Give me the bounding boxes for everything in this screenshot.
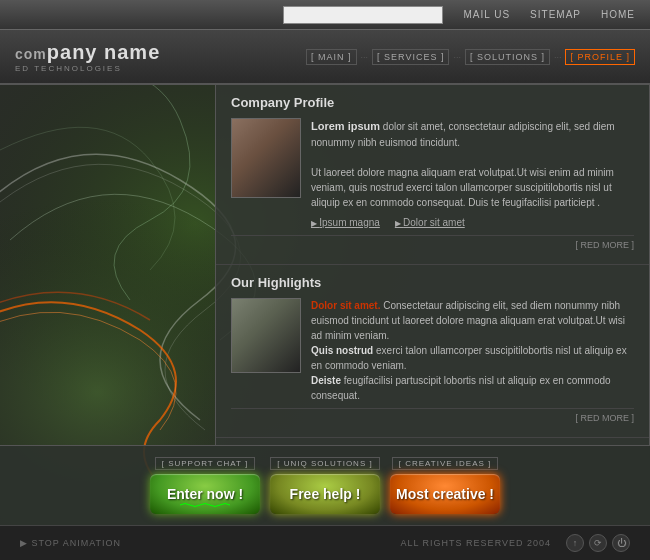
search-input[interactable] <box>283 6 443 24</box>
nav-profile[interactable]: [ PROFILE ] <box>565 49 635 65</box>
highlights-bold2: Deiste <box>311 375 341 386</box>
page-wrapper: MAIL US SITEMAP HOME company name ED TEC… <box>0 0 650 560</box>
highlights-body3: feugifacilisi partuscipit lobortis nisl … <box>311 375 611 401</box>
nav-main[interactable]: [ MAIN ] <box>306 49 357 65</box>
content-area: Company Profile Lorem ipsum dolor sit am… <box>0 85 650 445</box>
highlights-title: Our Highlights <box>231 275 634 290</box>
profile-section: Company Profile Lorem ipsum dolor sit am… <box>216 85 649 265</box>
highlights-bold1: Quis nostrud <box>311 345 373 356</box>
highlights-people <box>232 299 300 372</box>
logo-main: pany name <box>47 41 160 63</box>
highlights-image <box>231 298 301 373</box>
highlights-content: Dolor sit amet. Consectetaur adipiscing … <box>231 298 634 403</box>
footer-icon-refresh[interactable]: ⟳ <box>589 534 607 552</box>
home-link[interactable]: HOME <box>601 9 635 20</box>
footer-copyright: ALL RIGHTS RESERVED 2004 <box>400 538 551 548</box>
profile-links: Ipsum magna Dolor sit amet <box>311 215 634 230</box>
nav-sep-1: ··· <box>361 52 369 62</box>
profile-text-block: Lorem ipsum dolor sit amet, consectetaur… <box>311 118 634 230</box>
footer-icons: ↑ ⟳ ⏻ <box>566 534 630 552</box>
support-chat-group: [ SUPPORT CHAT ] Enter now ! <box>150 457 260 514</box>
main-content: Company Profile Lorem ipsum dolor sit am… <box>215 85 650 445</box>
free-help-button[interactable]: Free help ! <box>270 474 380 514</box>
ipsum-magna-link[interactable]: Ipsum magna <box>311 215 380 230</box>
footer: ▶ STOP ANIMATION ALL RIGHTS RESERVED 200… <box>0 525 650 560</box>
logo-sub: ED TECHNOLOGIES <box>15 64 160 73</box>
footer-right-area: ALL RIGHTS RESERVED 2004 ↑ ⟳ ⏻ <box>400 534 630 552</box>
highlights-read-more[interactable]: [ RED MORE ] <box>231 408 634 427</box>
nav-sep-2: ··· <box>453 52 461 62</box>
top-bar: MAIL US SITEMAP HOME <box>0 0 650 30</box>
uniq-solutions-group: [ UNIQ SOLUTIONS ] Free help ! <box>270 457 380 514</box>
nav-solutions[interactable]: [ SOLUTIONS ] <box>465 49 550 65</box>
highlights-section: Our Highlights Dolor sit amet. Consectet… <box>216 265 649 438</box>
buttons-area: [ SUPPORT CHAT ] Enter now ! [ UNIQ SOLU… <box>0 445 650 525</box>
profile-title: Company Profile <box>231 95 634 110</box>
creative-ideas-group: [ CREATIVE IDEAS ] Most creative ! <box>390 457 500 514</box>
mail-us-link[interactable]: MAIL US <box>463 9 510 20</box>
creative-ideas-label: [ CREATIVE IDEAS ] <box>392 457 499 470</box>
highlights-text-block: Dolor sit amet. Consectetaur adipiscing … <box>311 298 634 403</box>
lorem-body: Ut laoreet dolore magna aliquam erat vol… <box>311 167 614 208</box>
highlights-red: Dolor sit amet. <box>311 300 380 311</box>
footer-icon-up[interactable]: ↑ <box>566 534 584 552</box>
dolor-sit-link[interactable]: Dolor sit amet <box>395 215 465 230</box>
profile-content: Lorem ipsum dolor sit amet, consectetaur… <box>231 118 634 230</box>
footer-icon-power[interactable]: ⏻ <box>612 534 630 552</box>
left-panel <box>0 85 215 445</box>
profile-face <box>232 119 300 197</box>
header: company name ED TECHNOLOGIES [ MAIN ] ··… <box>0 30 650 85</box>
nav-sep-3: ··· <box>554 52 562 62</box>
enter-now-button[interactable]: Enter now ! <box>150 474 260 514</box>
sitemap-link[interactable]: SITEMAP <box>530 9 581 20</box>
left-decoration <box>0 85 215 445</box>
profile-image <box>231 118 301 198</box>
most-creative-button[interactable]: Most creative ! <box>390 474 500 514</box>
main-nav: [ MAIN ] ··· [ SERVICES ] ··· [ SOLUTION… <box>306 49 635 65</box>
lorem-title: Lorem ipsum <box>311 120 380 132</box>
logo-text: company name <box>15 41 160 64</box>
logo-area: company name ED TECHNOLOGIES <box>15 41 160 73</box>
profile-read-more[interactable]: [ RED MORE ] <box>231 235 634 254</box>
nav-services[interactable]: [ SERVICES ] <box>372 49 449 65</box>
support-chat-label: [ SUPPORT CHAT ] <box>155 457 256 470</box>
uniq-solutions-label: [ UNIQ SOLUTIONS ] <box>270 457 379 470</box>
footer-stop-animation[interactable]: ▶ STOP ANIMATION <box>20 538 121 548</box>
logo-prefix: com <box>15 46 47 62</box>
